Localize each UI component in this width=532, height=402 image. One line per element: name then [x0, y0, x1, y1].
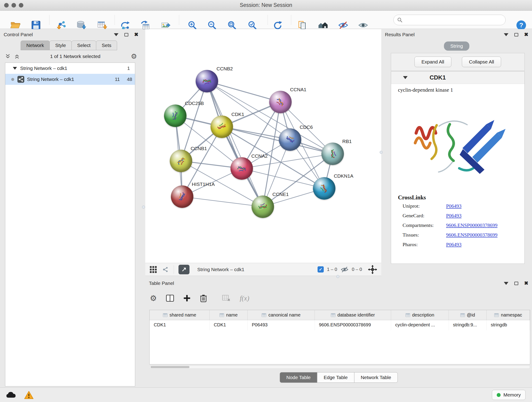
- network-list: String Network – cdk1 1 String Network –…: [5, 63, 135, 386]
- splitter-handle[interactable]: [336, 275, 339, 278]
- move-crosshair-button[interactable]: [368, 265, 377, 274]
- column-header-description[interactable]: description: [391, 310, 449, 320]
- search-field[interactable]: [393, 15, 506, 25]
- crosslink-row: Compartments:9606.ENSP00000378699: [403, 222, 525, 228]
- column-header-canonical-name[interactable]: canonical name: [248, 310, 315, 320]
- grid-view-button[interactable]: [149, 266, 157, 274]
- collapse-entry-icon[interactable]: [403, 76, 408, 79]
- network-node-hist1h1a[interactable]: [171, 185, 193, 208]
- table-cell[interactable]: CDK1: [210, 320, 248, 330]
- birds-eye-view-button[interactable]: [162, 266, 169, 273]
- protein-card-header[interactable]: CDK1: [391, 71, 525, 84]
- column-header-name[interactable]: name: [210, 310, 248, 320]
- network-canvas[interactable]: CCNB2CCNA1CDC25BCDK1CDC6RB1CCNB1CCNA2CDK…: [145, 29, 381, 263]
- show-columns-button[interactable]: [166, 294, 174, 302]
- memory-button[interactable]: Memory: [492, 390, 526, 400]
- table-type-tabs: Node TableEdge TableNetwork Table: [280, 372, 398, 383]
- column-header-shared-name[interactable]: shared name: [150, 310, 210, 320]
- network-node-cdc6[interactable]: [279, 128, 301, 151]
- column-header-namespac[interactable]: namespac: [487, 310, 530, 320]
- table-cell[interactable]: P06493: [248, 320, 315, 330]
- network-node-label: CDK1: [231, 112, 244, 117]
- crosslinks-list: Uniprot:P06493GeneCard:P06493Compartment…: [391, 203, 525, 248]
- network-edge[interactable]: [207, 81, 263, 207]
- crosslink-genecard-link[interactable]: P06493: [446, 213, 462, 219]
- search-input[interactable]: [405, 17, 502, 23]
- float-panel-icon[interactable]: [124, 33, 128, 36]
- add-column-button[interactable]: [183, 294, 191, 302]
- tab-edge-table[interactable]: Edge Table: [317, 372, 355, 383]
- node-selection-checkbox[interactable]: ✓: [317, 266, 324, 273]
- network-node-cdc25b[interactable]: [164, 104, 186, 127]
- delete-column-button[interactable]: [200, 294, 207, 302]
- crosslink-compartments-link[interactable]: 9606.ENSP00000378699: [446, 222, 497, 228]
- table-horizontal-scrollbar[interactable]: [149, 365, 530, 369]
- table-cell[interactable]: stringdb:9...: [449, 320, 487, 330]
- crosslink-uniprot-link[interactable]: P06493: [446, 203, 462, 209]
- detach-view-button[interactable]: [178, 265, 190, 274]
- table-row[interactable]: CDK1CDK1P064939606.ENSP00000378699cyclin…: [150, 320, 530, 330]
- network-node-ccna2[interactable]: [230, 157, 253, 180]
- tab-network-table[interactable]: Network Table: [354, 372, 398, 383]
- splitter-handle[interactable]: [380, 151, 383, 154]
- close-panel-icon[interactable]: ✖: [524, 32, 528, 37]
- collapse-all-button[interactable]: Collapse All: [462, 57, 501, 67]
- node-count: 11: [108, 77, 120, 82]
- float-panel-icon[interactable]: [514, 33, 518, 36]
- table-panel-header: Table Panel ✖: [145, 278, 532, 289]
- network-collection-row[interactable]: String Network – cdk1 1: [5, 63, 135, 74]
- column-header--id[interactable]: @id: [449, 310, 487, 320]
- hidden-items-eye-icon[interactable]: [341, 266, 349, 273]
- tab-style[interactable]: Style: [50, 41, 72, 50]
- tab-select[interactable]: Select: [71, 41, 96, 50]
- panel-menu-icon[interactable]: [504, 282, 508, 285]
- crosslink-row: Pharos:P06493: [403, 242, 525, 248]
- collapse-all-icon[interactable]: [5, 54, 11, 59]
- node-structure-glyph: [281, 130, 299, 149]
- panel-menu-icon[interactable]: [114, 33, 119, 36]
- network-row-selected[interactable]: String Network – cdk1 11 48: [5, 74, 135, 85]
- delete-table-button-disabled[interactable]: [222, 294, 230, 302]
- tab-network[interactable]: Network: [21, 41, 50, 50]
- float-panel-icon[interactable]: [514, 282, 518, 285]
- crosslink-label: Pharos:: [403, 242, 446, 248]
- table-settings-gear-icon[interactable]: ⚙: [150, 294, 157, 302]
- column-header-database-identifier[interactable]: database identifier: [315, 310, 391, 320]
- gear-icon[interactable]: ⚙: [131, 53, 137, 60]
- network-edge[interactable]: [242, 168, 324, 188]
- expand-all-icon[interactable]: [14, 54, 20, 59]
- tab-node-table[interactable]: Node Table: [280, 372, 317, 383]
- network-node-ccne1[interactable]: [252, 196, 274, 218]
- network-edge[interactable]: [182, 197, 263, 207]
- crosslink-pharos-link[interactable]: P06493: [446, 242, 462, 248]
- network-node-ccnb2[interactable]: [196, 70, 218, 92]
- table-cell[interactable]: CDK1: [150, 320, 210, 330]
- scrollbar-thumb[interactable]: [151, 366, 190, 368]
- node-structure-glyph: [326, 147, 340, 161]
- panel-menu-icon[interactable]: [504, 33, 508, 36]
- disclosure-triangle-icon[interactable]: [13, 67, 17, 70]
- node-table: shared namenamecanonical namedatabase id…: [149, 310, 530, 364]
- image-export-icon: [161, 20, 171, 30]
- expand-all-button[interactable]: Expand All: [414, 57, 451, 67]
- network-node-cdkn1a[interactable]: [313, 177, 336, 200]
- network-node-ccnb1[interactable]: [170, 150, 192, 172]
- network-node-rb1[interactable]: [322, 143, 344, 165]
- tab-sets[interactable]: Sets: [96, 41, 117, 50]
- warnings-button[interactable]: [23, 390, 35, 400]
- table-cell[interactable]: stringdb: [487, 320, 530, 330]
- cloud-status-button[interactable]: [5, 390, 17, 400]
- network-node-ccna1[interactable]: [269, 91, 292, 113]
- close-panel-icon[interactable]: ✖: [524, 281, 528, 286]
- status-bar: Memory: [0, 387, 532, 402]
- table-cell[interactable]: 9606.ENSP00000378699: [315, 320, 391, 330]
- tab-string[interactable]: String: [444, 41, 469, 51]
- function-builder-button[interactable]: f(x): [240, 294, 249, 302]
- table-cell[interactable]: cyclin-dependent ...: [391, 320, 449, 330]
- close-panel-icon[interactable]: ✖: [134, 32, 138, 37]
- node-structure-glyph: [200, 75, 214, 88]
- save-icon: [31, 20, 41, 30]
- crosslink-tissues-link[interactable]: 9606.ENSP00000378699: [446, 232, 497, 238]
- network-node-cdk1[interactable]: [210, 115, 233, 138]
- splitter-handle[interactable]: [142, 206, 145, 209]
